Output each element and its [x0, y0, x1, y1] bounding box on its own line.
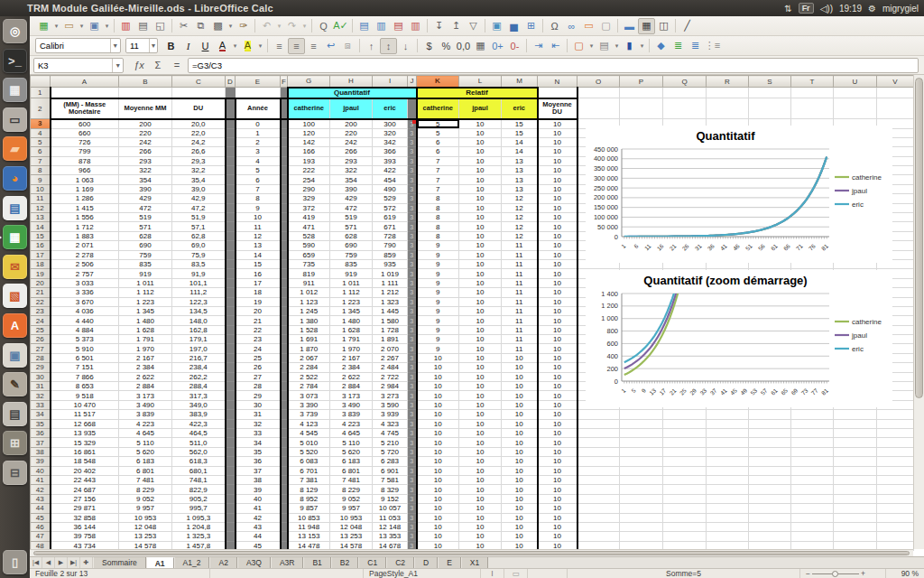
cell[interactable]: 266: [330, 147, 373, 156]
cell[interactable]: [707, 98, 749, 119]
cell[interactable]: 222: [288, 166, 330, 175]
hidden-col-cell[interactable]: 3: [408, 241, 417, 250]
col-header-H[interactable]: H: [330, 76, 373, 88]
hidden-col-cell[interactable]: [281, 241, 288, 250]
cell[interactable]: 10: [417, 522, 459, 531]
cell[interactable]: [749, 447, 791, 456]
hidden-col-cell[interactable]: 3: [408, 184, 417, 193]
cell[interactable]: 10: [538, 382, 578, 391]
cell[interactable]: 372: [288, 203, 330, 212]
cell[interactable]: 10: [417, 466, 459, 475]
cell[interactable]: 726: [51, 137, 119, 146]
hidden-col-cell[interactable]: [226, 175, 236, 184]
hidden-col-cell[interactable]: [226, 344, 236, 353]
cell[interactable]: 293: [330, 156, 373, 165]
cell[interactable]: 9: [417, 316, 459, 325]
cell[interactable]: 142: [288, 137, 330, 146]
cell[interactable]: 5 010: [288, 438, 330, 447]
header-q-jpaul[interactable]: jpaul: [330, 98, 373, 119]
cell[interactable]: [749, 504, 791, 513]
cell[interactable]: 10: [459, 166, 502, 175]
cell[interactable]: 822,9: [172, 485, 226, 494]
hidden-col-cell[interactable]: [281, 419, 288, 428]
cell[interactable]: 24: [236, 344, 281, 353]
hidden-col-cell[interactable]: [226, 410, 236, 419]
delete-row-icon[interactable]: ▤: [390, 18, 407, 34]
cell[interactable]: 490: [373, 184, 408, 193]
cell[interactable]: 122,3: [172, 297, 226, 306]
page-style-info[interactable]: PageStyle_A1: [364, 569, 481, 578]
cell[interactable]: 100: [288, 119, 330, 129]
hidden-col-cell[interactable]: [281, 457, 288, 466]
borders-icon[interactable]: ▢: [570, 38, 587, 54]
hidden-col-cell[interactable]: [226, 504, 236, 513]
cell[interactable]: 1 223: [119, 297, 172, 306]
cell[interactable]: 571: [330, 222, 373, 231]
cell[interactable]: [707, 513, 749, 522]
cell[interactable]: 6 083: [288, 457, 330, 466]
cell[interactable]: 3 670: [51, 297, 119, 306]
cell[interactable]: 1 712: [51, 222, 119, 231]
spelling-icon[interactable]: A✓: [332, 18, 349, 34]
cell[interactable]: 1 123: [288, 297, 330, 306]
cell[interactable]: 419: [288, 213, 330, 222]
hidden-col-cell[interactable]: 3: [408, 363, 417, 372]
cell[interactable]: 1 011: [119, 278, 172, 287]
cell[interactable]: 8 229: [119, 485, 172, 494]
cell[interactable]: 10: [502, 485, 538, 494]
cell[interactable]: 293: [119, 156, 172, 165]
cell[interactable]: 10: [417, 447, 459, 456]
cell[interactable]: 27 156: [51, 494, 119, 503]
launcher-terminal-icon[interactable]: >_: [3, 49, 27, 73]
hidden-col-cell[interactable]: [281, 475, 288, 484]
hidden-col-cell[interactable]: [226, 513, 236, 522]
cell[interactable]: 3 033: [51, 278, 119, 287]
cell[interactable]: 1: [236, 128, 281, 137]
hidden-col-cell[interactable]: [226, 194, 236, 203]
cell[interactable]: 1 345: [119, 306, 172, 315]
cell[interactable]: 8: [236, 194, 281, 203]
font-color-dropdown-icon[interactable]: ▾: [231, 38, 239, 54]
row-header-18[interactable]: 18: [31, 259, 51, 268]
cell[interactable]: [620, 429, 663, 438]
cell[interactable]: 572: [373, 203, 408, 212]
cell[interactable]: 1 345: [330, 306, 373, 315]
hidden-col-cell[interactable]: 3: [408, 128, 417, 137]
cell[interactable]: 3 173: [330, 391, 373, 400]
chevron-down-icon[interactable]: ▼: [112, 59, 123, 72]
cell[interactable]: [834, 494, 877, 503]
cell[interactable]: [877, 485, 914, 494]
cell[interactable]: [791, 504, 834, 513]
hidden-col-cell[interactable]: 3: [408, 231, 417, 240]
cell[interactable]: 10: [502, 438, 538, 447]
background-color-icon[interactable]: ▮: [621, 38, 638, 54]
cell[interactable]: 1 791: [330, 335, 373, 344]
autofilter-icon[interactable]: ▽: [465, 18, 482, 34]
launcher-scanner-icon[interactable]: ▭: [3, 107, 27, 132]
sheet-tab-B1[interactable]: B1: [303, 557, 330, 568]
hidden-col-cell[interactable]: 3: [408, 156, 417, 165]
cell[interactable]: [749, 532, 791, 541]
open-icon[interactable]: ▭: [60, 18, 78, 34]
row-header-15[interactable]: 15: [31, 231, 51, 240]
cell[interactable]: 120: [288, 128, 330, 137]
cell[interactable]: 39,0: [172, 184, 226, 193]
cell[interactable]: 262,2: [172, 372, 226, 381]
hidden-col-cell[interactable]: 3: [408, 466, 417, 475]
conditional-format-3-icon[interactable]: ≣: [687, 38, 704, 54]
launcher-ubuntu-dash-icon[interactable]: ◎: [3, 19, 27, 43]
cell[interactable]: 1 891: [373, 335, 408, 344]
cell[interactable]: 562,0: [172, 447, 226, 456]
cell[interactable]: 600: [51, 119, 119, 129]
cell[interactable]: 11: [502, 241, 538, 250]
sum-icon[interactable]: Σ: [150, 60, 166, 70]
hidden-col-cell[interactable]: [226, 119, 236, 129]
cell[interactable]: 905,2: [172, 494, 226, 503]
cell[interactable]: 22: [236, 325, 281, 334]
cell[interactable]: 11: [236, 222, 281, 231]
delete-column-icon[interactable]: ▥: [407, 18, 424, 34]
hidden-col-cell[interactable]: [226, 372, 236, 381]
cell[interactable]: 6 183: [330, 457, 373, 466]
paste-icon[interactable]: ▩: [209, 18, 226, 34]
hidden-col-cell[interactable]: [281, 306, 288, 315]
